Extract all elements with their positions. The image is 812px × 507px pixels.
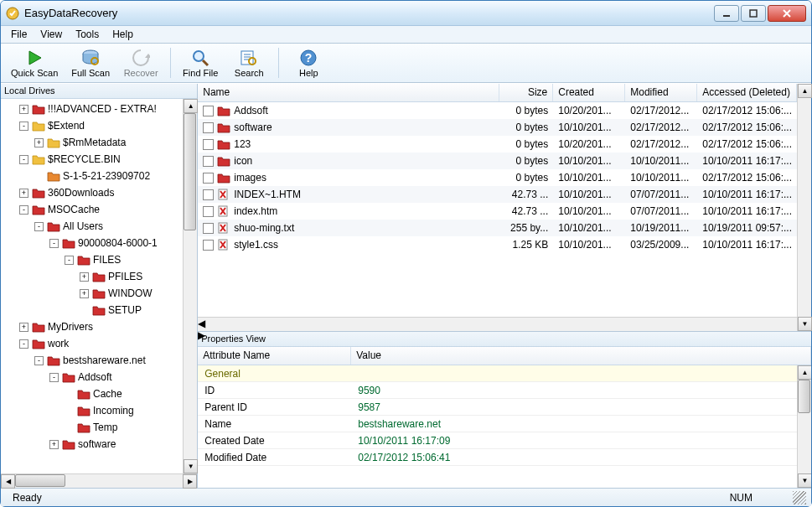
scroll-up-icon[interactable]: ▲	[798, 84, 812, 98]
tree-node[interactable]: -$RECYCLE.BIN	[1, 151, 183, 168]
resize-grip-icon[interactable]	[793, 491, 806, 504]
quick-scan-button[interactable]: Quick Scan	[4, 47, 65, 80]
tree-node[interactable]: S-1-5-21-23909702	[1, 168, 183, 184]
list-vscrollbar[interactable]: ▲ ▼	[797, 84, 811, 331]
tree-node[interactable]: -All Users	[1, 218, 183, 235]
expander-icon[interactable]: -	[34, 222, 44, 231]
drive-tree[interactable]: +!!!ADVANCED - EXTRA!-$Extend+$RmMetadat…	[1, 99, 183, 473]
table-row[interactable]: style1.css1.25 KB10/10/201...03/25/2009.…	[198, 236, 797, 253]
scroll-left-icon[interactable]: ◀	[1, 474, 15, 489]
row-checkbox[interactable]	[203, 106, 214, 116]
help-button[interactable]: ? Help	[284, 47, 333, 80]
scroll-down-icon[interactable]: ▼	[798, 473, 811, 488]
col-modified[interactable]: Modified	[625, 84, 697, 101]
maximize-button[interactable]	[741, 5, 766, 22]
list-hscrollbar[interactable]: ◀ ▶	[198, 317, 797, 331]
expander-icon[interactable]: -	[49, 239, 59, 248]
table-row[interactable]: 1230 bytes10/20/201...02/17/2012...02/17…	[198, 136, 797, 153]
scroll-thumb[interactable]	[15, 474, 65, 487]
row-checkbox[interactable]	[203, 223, 214, 234]
table-row[interactable]: software0 bytes10/10/201...02/17/2012...…	[198, 119, 797, 136]
properties-body[interactable]: GeneralID9590Parent ID9587Namebestsharew…	[198, 365, 797, 488]
expander-icon[interactable]: +	[19, 105, 28, 114]
minimize-button[interactable]	[714, 5, 739, 22]
tree-node[interactable]: +$RmMetadata	[1, 134, 183, 151]
property-row[interactable]: ID9590	[198, 382, 797, 399]
table-row[interactable]: images0 bytes10/10/201...10/10/2011...02…	[198, 169, 797, 186]
expander-icon[interactable]: +	[49, 440, 59, 449]
scroll-right-icon[interactable]: ▶	[198, 329, 797, 341]
table-row[interactable]: INDEX~1.HTM42.73 ...10/10/201...07/07/20…	[198, 186, 797, 203]
menu-view[interactable]: View	[34, 27, 69, 42]
scroll-right-icon[interactable]: ▶	[183, 474, 197, 489]
props-vscrollbar[interactable]: ▲ ▼	[797, 365, 811, 488]
search-button[interactable]: Search	[225, 47, 273, 80]
tree-node[interactable]: -$Extend	[1, 117, 183, 134]
row-checkbox[interactable]	[203, 122, 214, 133]
tree-node[interactable]: -bestshareware.net	[1, 352, 183, 369]
row-checkbox[interactable]	[203, 139, 214, 150]
col-accessed[interactable]: Accessed (Deleted)	[697, 84, 797, 101]
table-row[interactable]: shuo-ming.txt255 by...10/10/201...10/19/…	[198, 220, 797, 236]
col-attr-name[interactable]: Attribute Name	[198, 347, 351, 365]
expander-icon[interactable]: -	[19, 122, 28, 131]
property-row[interactable]: Created Date10/10/2011 16:17:09	[198, 432, 797, 449]
tree-hscrollbar[interactable]: ◀ ▶	[1, 473, 197, 488]
tree-node[interactable]: Cache	[1, 385, 183, 402]
table-row[interactable]: index.htm42.73 ...10/10/201...07/07/2011…	[198, 203, 797, 220]
tree-node[interactable]: +WINDOW	[1, 285, 183, 302]
menu-help[interactable]: Help	[106, 27, 140, 42]
scroll-up-icon[interactable]: ▲	[184, 99, 198, 113]
tree-node[interactable]: -Addsoft	[1, 369, 183, 385]
file-list-body[interactable]: Addsoft0 bytes10/20/201...02/17/2012...0…	[198, 102, 797, 317]
row-checkbox[interactable]	[203, 189, 214, 200]
find-file-button[interactable]: Find File	[176, 47, 225, 80]
full-scan-button[interactable]: Full Scan	[65, 47, 116, 80]
expander-icon[interactable]: -	[49, 373, 59, 382]
expander-icon[interactable]: -	[19, 155, 28, 164]
property-row[interactable]: Namebestshareware.net	[198, 416, 797, 432]
col-size[interactable]: Size	[499, 84, 553, 101]
row-checkbox[interactable]	[203, 240, 214, 251]
expander-icon[interactable]: -	[19, 205, 28, 215]
expander-icon[interactable]: -	[19, 339, 28, 349]
row-checkbox[interactable]	[203, 173, 214, 184]
expander-icon[interactable]: +	[34, 138, 44, 147]
col-created[interactable]: Created	[553, 84, 625, 101]
expander-icon[interactable]: +	[19, 323, 28, 332]
scroll-down-icon[interactable]: ▼	[184, 459, 198, 473]
close-button[interactable]	[768, 5, 806, 22]
tree-node[interactable]: +!!!ADVANCED - EXTRA!	[1, 101, 183, 117]
expander-icon[interactable]: -	[65, 256, 74, 265]
col-attr-value[interactable]: Value	[351, 347, 811, 365]
expander-icon[interactable]: +	[80, 272, 89, 282]
expander-icon[interactable]: +	[19, 189, 28, 198]
tree-node[interactable]: -work	[1, 335, 183, 352]
row-checkbox[interactable]	[203, 156, 214, 167]
scroll-down-icon[interactable]: ▼	[798, 317, 812, 331]
tree-node[interactable]: Temp	[1, 419, 183, 436]
property-row[interactable]: Parent ID9587	[198, 399, 797, 416]
menu-file[interactable]: File	[4, 27, 34, 42]
scroll-thumb[interactable]	[184, 113, 196, 230]
tree-node[interactable]: -MSOCache	[1, 201, 183, 218]
tree-node[interactable]: +software	[1, 436, 183, 453]
col-name[interactable]: Name	[198, 84, 499, 101]
tree-node[interactable]: -90000804-6000-1	[1, 235, 183, 251]
tree-node[interactable]: Incoming	[1, 402, 183, 419]
scroll-thumb[interactable]	[798, 380, 810, 413]
expander-icon[interactable]: +	[80, 289, 89, 298]
tree-vscrollbar[interactable]: ▲ ▼	[183, 99, 197, 473]
row-checkbox[interactable]	[203, 206, 214, 217]
tree-node[interactable]: SETUP	[1, 302, 183, 318]
table-row[interactable]: icon0 bytes10/10/201...10/10/2011...10/1…	[198, 153, 797, 169]
menu-tools[interactable]: Tools	[69, 27, 106, 42]
scroll-left-icon[interactable]: ◀	[198, 318, 797, 329]
scroll-up-icon[interactable]: ▲	[798, 365, 811, 380]
tree-node[interactable]: +360Downloads	[1, 184, 183, 201]
table-row[interactable]: Addsoft0 bytes10/20/201...02/17/2012...0…	[198, 102, 797, 119]
expander-icon[interactable]: -	[34, 356, 44, 365]
tree-node[interactable]: +PFILES	[1, 268, 183, 285]
tree-node[interactable]: +MyDrivers	[1, 318, 183, 335]
tree-node[interactable]: -FILES	[1, 251, 183, 268]
